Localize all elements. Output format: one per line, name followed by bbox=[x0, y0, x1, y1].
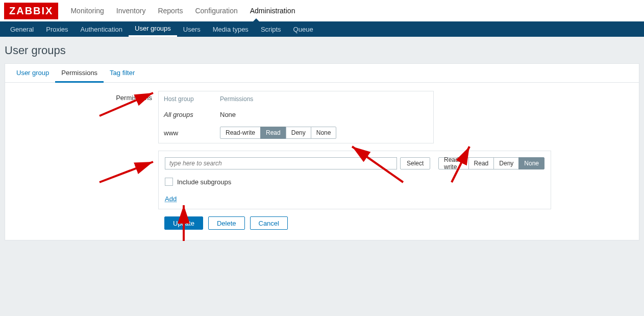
logo: ZABBIX bbox=[4, 3, 58, 19]
add-link[interactable]: Add bbox=[165, 195, 177, 203]
table-row: www Read-write Read Deny None bbox=[159, 123, 433, 143]
permissions-table: Host group Permissions All groups None w… bbox=[158, 91, 434, 143]
table-header: Host group Permissions bbox=[159, 91, 433, 107]
cell-all-perm: None bbox=[220, 111, 428, 118]
top-menu: Monitoring Inventory Reports Configurati… bbox=[64, 0, 301, 21]
header-host-group: Host group bbox=[164, 95, 220, 103]
topmenu-inventory[interactable]: Inventory bbox=[110, 0, 152, 21]
header-permissions: Permissions bbox=[220, 95, 428, 103]
active-pointer-icon bbox=[253, 18, 260, 22]
seg-none[interactable]: None bbox=[311, 127, 337, 139]
add-row: Select Read-write Read Deny None Include… bbox=[10, 151, 634, 209]
submenu-proxies[interactable]: Proxies bbox=[40, 21, 74, 37]
sub-bar: General Proxies Authentication User grou… bbox=[0, 21, 644, 37]
tabs: User group Permissions Tag filter bbox=[5, 64, 639, 83]
submenu-media-types[interactable]: Media types bbox=[207, 21, 255, 37]
perm-segmented: Read-write Read Deny None bbox=[220, 127, 336, 139]
submenu-users[interactable]: Users bbox=[177, 21, 207, 37]
addseg-deny[interactable]: Deny bbox=[493, 157, 519, 169]
search-input[interactable] bbox=[165, 157, 397, 169]
cell-www: www bbox=[164, 129, 220, 137]
topmenu-reports[interactable]: Reports bbox=[152, 0, 189, 21]
permissions-row: Permissions Host group Permissions All g… bbox=[10, 91, 634, 143]
submenu-general[interactable]: General bbox=[4, 21, 40, 37]
table-row: All groups None bbox=[159, 107, 433, 123]
form-area: Permissions Host group Permissions All g… bbox=[5, 83, 639, 240]
topmenu-configuration[interactable]: Configuration bbox=[189, 0, 243, 21]
page-title: User groups bbox=[5, 44, 639, 57]
top-bar: ZABBIX Monitoring Inventory Reports Conf… bbox=[0, 0, 644, 21]
seg-read-write[interactable]: Read-write bbox=[220, 127, 261, 139]
page: User groups User group Permissions Tag f… bbox=[0, 37, 644, 246]
content-panel: User group Permissions Tag filter Permis… bbox=[5, 63, 639, 240]
submenu-authentication[interactable]: Authentication bbox=[75, 21, 129, 37]
include-subgroups-row[interactable]: Include subgroups bbox=[165, 178, 544, 186]
add-segmented: Read-write Read Deny None bbox=[438, 157, 544, 169]
permissions-label: Permissions bbox=[10, 91, 158, 102]
seg-read[interactable]: Read bbox=[260, 127, 286, 139]
tab-tag-filter[interactable]: Tag filter bbox=[104, 64, 141, 82]
topmenu-monitoring[interactable]: Monitoring bbox=[64, 0, 110, 21]
update-button[interactable]: Update bbox=[164, 216, 203, 230]
seg-deny[interactable]: Deny bbox=[286, 127, 311, 139]
addseg-read[interactable]: Read bbox=[468, 157, 494, 169]
delete-button[interactable]: Delete bbox=[208, 216, 245, 230]
addseg-read-write[interactable]: Read-write bbox=[438, 157, 469, 169]
submenu-scripts[interactable]: Scripts bbox=[255, 21, 287, 37]
add-box-controls: Select Read-write Read Deny None bbox=[165, 157, 544, 169]
select-button[interactable]: Select bbox=[400, 157, 430, 169]
submenu-user-groups[interactable]: User groups bbox=[129, 21, 177, 37]
tab-user-group[interactable]: User group bbox=[10, 64, 55, 82]
cancel-button[interactable]: Cancel bbox=[250, 216, 288, 230]
add-box: Select Read-write Read Deny None Include… bbox=[158, 151, 551, 209]
action-buttons: Update Delete Cancel bbox=[164, 216, 634, 230]
tab-permissions[interactable]: Permissions bbox=[55, 64, 104, 83]
addseg-none[interactable]: None bbox=[518, 157, 544, 169]
submenu-queue[interactable]: Queue bbox=[287, 21, 319, 37]
cell-www-perm: Read-write Read Deny None bbox=[220, 127, 428, 139]
include-subgroups-label: Include subgroups bbox=[177, 178, 231, 186]
cell-all-groups: All groups bbox=[164, 111, 220, 118]
empty-label bbox=[10, 151, 158, 154]
include-subgroups-checkbox[interactable] bbox=[165, 178, 173, 186]
